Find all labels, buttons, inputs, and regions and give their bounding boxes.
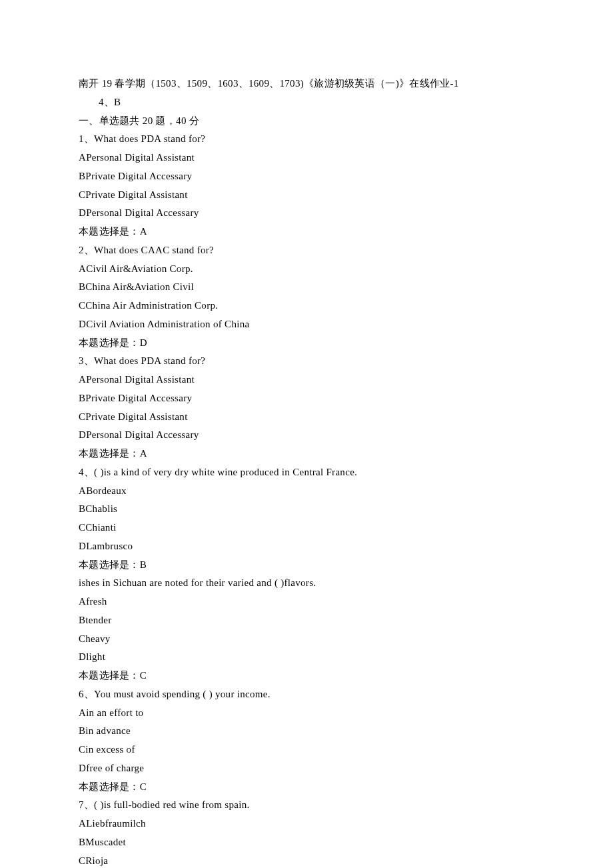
question-option: DCivil Aviation Administration of China <box>79 315 534 334</box>
answer-value: A <box>140 226 147 237</box>
question-option: Bin advance <box>79 722 534 741</box>
question-answer: 本题选择是：A <box>79 445 534 463</box>
question-option: CRioja <box>79 852 534 869</box>
question-answer: 本题选择是：D <box>79 334 534 353</box>
question-option: BPrivate Digital Accessary <box>79 167 534 186</box>
answer-prefix: 本题选择是： <box>79 559 140 570</box>
question-prompt: 2、What does CAAC stand for? <box>79 241 534 260</box>
question-option: Afresh <box>79 593 534 611</box>
question-prompt: ishes in Sichuan are noted for their var… <box>79 574 534 593</box>
question-prompt: 1、What does PDA stand for? <box>79 130 534 149</box>
question-option: Btender <box>79 611 534 630</box>
question-option: BChina Air&Aviation Civil <box>79 278 534 297</box>
question-option: DPersonal Digital Accessary <box>79 426 534 445</box>
answer-prefix: 本题选择是： <box>79 448 140 459</box>
question-option: Cheavy <box>79 630 534 649</box>
question-option: CPrivate Digital Assistant <box>79 408 534 427</box>
questions-container: 1、What does PDA stand for?APersonal Digi… <box>79 130 534 868</box>
question-option: DPersonal Digital Accessary <box>79 204 534 223</box>
question-option: CChianti <box>79 519 534 537</box>
question-option: Cin excess of <box>79 741 534 759</box>
question-option: Ain an effort to <box>79 704 534 723</box>
question-prompt: 6、You must avoid spending ( ) your incom… <box>79 685 534 704</box>
question-option: ALiebfraumilch <box>79 815 534 833</box>
question-option: Dlight <box>79 648 534 667</box>
question-option: ACivil Air&Aviation Corp. <box>79 260 534 279</box>
answer-value: A <box>140 448 147 459</box>
question-answer: 本题选择是：A <box>79 223 534 241</box>
question-option: APersonal Digital Assistant <box>79 371 534 389</box>
question-option: BPrivate Digital Accessary <box>79 389 534 408</box>
answer-value: C <box>140 781 147 792</box>
question-option: APersonal Digital Assistant <box>79 149 534 167</box>
question-prompt: 4、( )is a kind of very dry white wine pr… <box>79 463 534 482</box>
question-option: ABordeaux <box>79 482 534 501</box>
answer-prefix: 本题选择是： <box>79 781 140 792</box>
section-heading: 一、单选题共 20 题，40 分 <box>79 112 534 131</box>
header-sub: 4、B <box>79 93 534 112</box>
question-answer: 本题选择是：B <box>79 556 534 575</box>
question-answer: 本题选择是：C <box>79 778 534 797</box>
question-prompt: 3、What does PDA stand for? <box>79 352 534 371</box>
answer-value: B <box>140 559 147 570</box>
question-answer: 本题选择是：C <box>79 667 534 685</box>
answer-prefix: 本题选择是： <box>79 226 140 237</box>
answer-value: D <box>140 337 147 348</box>
document-page: 南开 19 春学期（1503、1509、1603、1609、1703)《旅游初级… <box>0 0 613 868</box>
header-title: 南开 19 春学期（1503、1509、1603、1609、1703)《旅游初级… <box>79 75 534 93</box>
question-prompt: 7、( )is full-bodied red wine from spain. <box>79 796 534 815</box>
question-option: DLambrusco <box>79 537 534 556</box>
answer-prefix: 本题选择是： <box>79 670 140 681</box>
question-option: CPrivate Digital Assistant <box>79 186 534 205</box>
answer-value: C <box>140 670 147 681</box>
answer-prefix: 本题选择是： <box>79 337 140 348</box>
question-option: Dfree of charge <box>79 759 534 778</box>
question-option: BChablis <box>79 500 534 519</box>
question-option: BMuscadet <box>79 833 534 852</box>
question-option: CChina Air Administration Corp. <box>79 297 534 315</box>
